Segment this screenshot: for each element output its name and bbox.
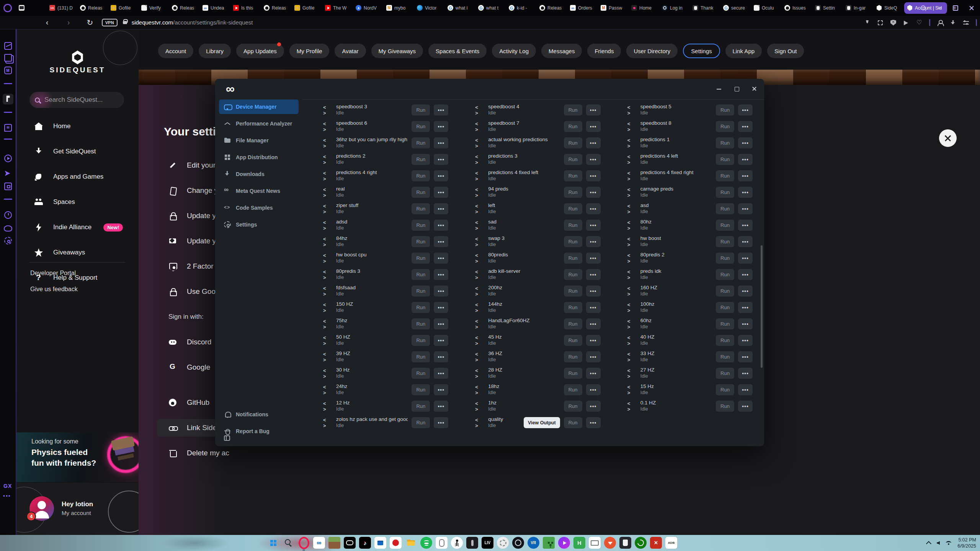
- run-button[interactable]: Run: [564, 318, 582, 329]
- more-options-button[interactable]: •••: [738, 318, 753, 329]
- more-options-button[interactable]: •••: [586, 236, 601, 247]
- taskbar-icon[interactable]: [635, 537, 647, 549]
- more-options-button[interactable]: •••: [738, 335, 753, 346]
- browser-tab[interactable]: (131) D: [47, 2, 77, 14]
- more-options-button[interactable]: •••: [738, 203, 753, 214]
- more-options-button[interactable]: •••: [434, 154, 448, 165]
- browser-tab[interactable]: Orders: [567, 2, 597, 14]
- more-options-button[interactable]: •••: [434, 203, 448, 214]
- run-button[interactable]: Run: [716, 187, 734, 198]
- taskbar-icon[interactable]: [405, 537, 417, 549]
- rail-icon[interactable]: [3, 94, 13, 104]
- profile-icon[interactable]: [937, 20, 943, 26]
- rail-icon[interactable]: [4, 225, 12, 231]
- more-options-button[interactable]: •••: [434, 401, 448, 412]
- settings-tab-pill[interactable]: Account: [158, 44, 193, 58]
- browser-tab[interactable]: Settin: [812, 2, 842, 14]
- run-button[interactable]: Run: [564, 384, 582, 395]
- mqdh-nav-item[interactable]: Notifications: [219, 407, 299, 422]
- taskbar-icon[interactable]: [482, 537, 493, 549]
- more-options-button[interactable]: •••: [738, 121, 753, 132]
- settings-tab-pill[interactable]: Library: [199, 44, 231, 58]
- search-input[interactable]: [44, 96, 117, 104]
- mqdh-nav-item[interactable]: Downloads: [219, 167, 299, 181]
- rail-icon[interactable]: [4, 124, 12, 132]
- sidequest-logo-icon[interactable]: [71, 51, 84, 64]
- more-options-button[interactable]: •••: [434, 104, 448, 116]
- settings-tab-pill[interactable]: My Profile: [289, 44, 330, 58]
- run-button[interactable]: Run: [564, 170, 582, 181]
- more-options-button[interactable]: •••: [738, 137, 753, 148]
- run-button[interactable]: Run: [564, 203, 582, 214]
- settings-tab-pill[interactable]: Friends: [587, 44, 621, 58]
- more-options-button[interactable]: •••: [738, 351, 753, 362]
- settings-option[interactable]: Delete my ac: [157, 447, 249, 459]
- settings-tab-pill[interactable]: Sign Out: [767, 44, 804, 58]
- reload-button[interactable]: ↻: [85, 18, 95, 27]
- run-button[interactable]: Run: [564, 401, 582, 412]
- more-options-button[interactable]: •••: [434, 220, 448, 231]
- run-button[interactable]: Run: [412, 253, 430, 264]
- network-icon[interactable]: [946, 541, 951, 545]
- rail-icon[interactable]: [4, 170, 12, 177]
- mqdh-nav-item[interactable]: Device Manager: [219, 99, 299, 114]
- more-options-button[interactable]: •••: [586, 104, 601, 116]
- taskbar-icon[interactable]: [344, 537, 356, 549]
- run-button[interactable]: Run: [716, 121, 734, 132]
- taskbar-icon[interactable]: [283, 537, 294, 549]
- rail-icon[interactable]: [4, 139, 12, 140]
- mqdh-nav-item[interactable]: Code Samples: [219, 201, 299, 215]
- run-button[interactable]: Run: [716, 384, 734, 395]
- taskbar-icon[interactable]: [558, 537, 570, 549]
- run-button[interactable]: Run: [412, 154, 430, 165]
- browser-tab[interactable]: Oculu: [751, 2, 781, 14]
- run-button[interactable]: Run: [564, 220, 582, 231]
- mqdh-nav-item[interactable]: Performance Analyzer: [219, 116, 299, 131]
- sidebar-nav-item[interactable]: Indie Alliance New!: [16, 222, 139, 233]
- taskbar-icon[interactable]: [267, 537, 279, 549]
- taskbar-icon[interactable]: [451, 537, 463, 549]
- run-button[interactable]: Run: [564, 137, 582, 148]
- site-security-lock-icon[interactable]: [123, 21, 127, 24]
- run-button[interactable]: Run: [716, 351, 734, 362]
- run-button[interactable]: Run: [412, 417, 430, 428]
- more-options-button[interactable]: •••: [434, 121, 448, 132]
- back-button[interactable]: ‹: [42, 18, 52, 27]
- browser-tab[interactable]: Gofile: [292, 2, 322, 14]
- taskbar-icon[interactable]: [436, 537, 448, 549]
- tab-search-icon[interactable]: [920, 5, 926, 11]
- run-button[interactable]: Run: [564, 335, 582, 346]
- more-options-button[interactable]: •••: [586, 137, 601, 148]
- more-options-button[interactable]: •••: [586, 269, 601, 280]
- browser-tab[interactable]: secure: [720, 2, 750, 14]
- more-options-button[interactable]: •••: [586, 302, 601, 313]
- more-options-button[interactable]: •••: [586, 318, 601, 329]
- more-options-button[interactable]: •••: [434, 318, 448, 329]
- run-button[interactable]: Run: [412, 220, 430, 231]
- settings-tab-pill[interactable]: Activity Log: [492, 44, 536, 58]
- run-button[interactable]: Run: [412, 401, 430, 412]
- settings-tab-pill[interactable]: Link App: [725, 44, 762, 58]
- settings-tab-pill[interactable]: Settings: [683, 44, 720, 58]
- taskbar-icon[interactable]: [665, 537, 677, 549]
- browser-tab[interactable]: Gofile: [108, 2, 138, 14]
- browser-tab[interactable]: NordV: [353, 2, 383, 14]
- rail-icon[interactable]: [4, 155, 12, 162]
- browser-tab[interactable]: Victor: [414, 2, 444, 14]
- more-options-button[interactable]: •••: [434, 417, 448, 428]
- taskbar-icon[interactable]: [374, 537, 386, 549]
- forward-button[interactable]: ›: [64, 18, 74, 27]
- browser-tab[interactable]: Releas: [261, 2, 291, 14]
- rail-icon[interactable]: [4, 237, 12, 245]
- settings-tab-pill[interactable]: User Directory: [626, 44, 678, 58]
- run-button[interactable]: Run: [564, 417, 582, 428]
- rail-icon[interactable]: [4, 112, 12, 113]
- sidebar-footer-link[interactable]: Developer Portal: [30, 270, 78, 277]
- mqdh-nav-item[interactable]: File Manager: [219, 133, 299, 148]
- more-options-button[interactable]: •••: [586, 220, 601, 231]
- promo-card[interactable]: Looking for some Physics fueled fun with…: [16, 432, 139, 482]
- more-options-button[interactable]: •••: [738, 269, 753, 280]
- more-options-button[interactable]: •••: [434, 335, 448, 346]
- run-button[interactable]: Run: [716, 253, 734, 264]
- window-close-button[interactable]: [969, 5, 975, 11]
